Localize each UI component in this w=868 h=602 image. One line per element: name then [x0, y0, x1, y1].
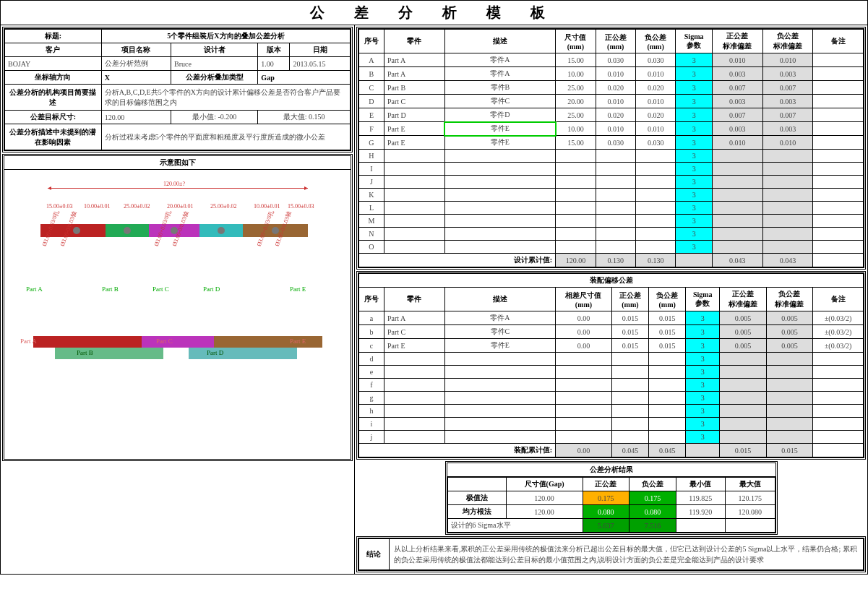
- main-title: 公 差 分 析 模 板: [1, 1, 867, 25]
- diagram: 120.00±? 15.00±0.03 10.00±0.01 25.00±0.0…: [4, 170, 351, 459]
- assembly-table: 装配偏移公差序号零件描述相差尺寸值(mm)正公差(mm)负公差(mm)Sigma…: [356, 271, 866, 460]
- header-panel: 标题: 5个零件组装后X方向的叠加公差分析 客户 项目名称 设计者 版本 日期 …: [2, 27, 353, 152]
- result-table: 公差分析结果 尺寸值(Gap)正公差负公差最小值最大值 极值法120.000.1…: [445, 461, 778, 535]
- topic-label: 标题:: [5, 30, 102, 43]
- design-table: 序号零件描述尺寸值(mm)正公差(mm)负公差(mm)Sigma参数正公差标准偏…: [356, 27, 866, 270]
- diagram-panel: 示意图如下 120.00±? 15.00±0.03 10.00±0.01 25.…: [2, 154, 353, 461]
- conclusion: 结论 从以上分析结果来看,累积的正公差采用传统的极值法来分析已超出公差目标的最大…: [356, 536, 866, 572]
- page: 公 差 分 析 模 板 标题: 5个零件组装后X方向的叠加公差分析 客户 项目名…: [0, 0, 868, 575]
- right-column: 序号零件描述尺寸值(mm)正公差(mm)负公差(mm)Sigma参数正公差标准偏…: [355, 25, 867, 574]
- left-column: 标题: 5个零件组装后X方向的叠加公差分析 客户 项目名称 设计者 版本 日期 …: [1, 25, 355, 574]
- topic: 5个零件组装后X方向的叠加公差分析: [101, 30, 350, 43]
